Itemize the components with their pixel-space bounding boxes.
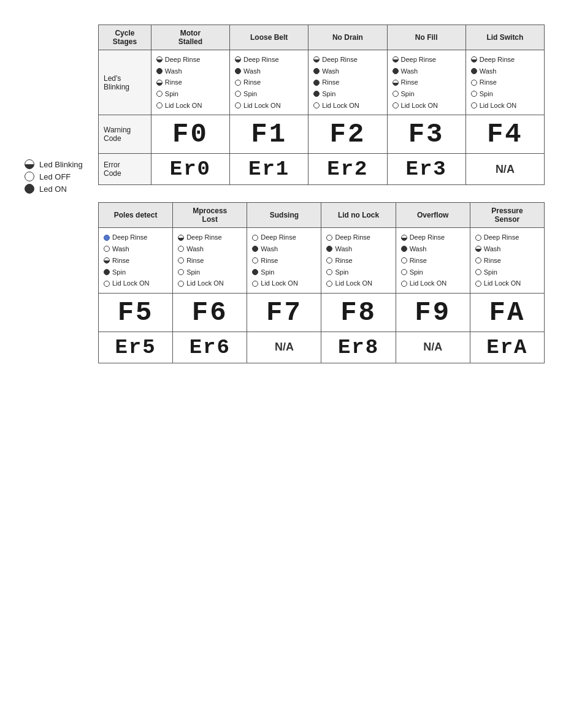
seg-f7: F7 [266,297,302,328]
dot-ll-spin [326,269,332,275]
seg-f0: F0 [172,119,209,150]
dot-nd-rinse [313,80,320,86]
legend-section: Led Blinking Led OFF Led ON [18,25,98,363]
cell-pressure-leds: Deep Rinse Wash Rinse Spin Lid Lock ON [470,228,544,293]
seg-er8: Er8 [338,336,379,359]
cell-warning-f4: F4 [465,115,544,154]
dot-nd-wash [313,68,320,74]
cell-t2-f5: F5 [99,293,173,332]
dot-mp-spin [178,269,184,275]
seg-f5: F5 [118,297,154,328]
seg-f6: F6 [192,297,228,328]
col-sudsing: Sudsing [247,203,321,228]
cell-loose-belt-leds: Deep Rinse Wash Rinse Spin Lid Lock ON [230,50,308,115]
dot-ls-spin [471,91,477,97]
dot-ls-lid [471,102,477,108]
dot-ll-wash [326,246,332,252]
col-cycle-stages: CycleStages [99,25,151,50]
dot-motor-spin [156,91,163,97]
legend-on: Led ON [25,184,98,194]
seg-f3: F3 [408,119,445,150]
seg-er5: Er5 [115,336,156,359]
dot-ps-deep-rinse [475,235,481,241]
dot-pd-spin [104,269,110,275]
col-poles-detect: Poles detect [99,203,173,228]
cell-sudsing-leds: Deep Rinse Wash Rinse Spin Lid Lock ON [247,228,321,293]
dot-mp-lid [178,281,184,287]
dot-lb-spin [235,91,241,97]
cell-motor-leds: Deep Rinse Wash Rinse Spin Lid Lock ON [151,50,229,115]
dot-mp-wash [178,246,184,252]
error-table-2: Poles detect MprocessLost Sudsing Lid no… [98,202,545,363]
cell-t2-fa: FA [470,293,544,332]
col-pressure-sensor: PressureSensor [470,203,544,228]
dot-ov-deep-rinse [401,235,407,241]
col-lid-no-lock: Lid no Lock [321,203,396,228]
dot-ls-wash [471,68,477,74]
dot-ov-lid [401,281,407,287]
dot-nd-deep-rinse [313,56,320,63]
dot-mp-deep-rinse [178,235,184,241]
cell-error-er2: Er2 [308,154,387,185]
seg-f2: F2 [329,119,366,150]
dot-ps-wash [475,246,481,252]
table2-row-warning: F5 F6 F7 F8 F9 FA [99,293,545,332]
col-no-fill: No Fill [387,25,465,50]
dot-pd-deep-rinse [104,235,110,241]
dot-ll-lid [326,281,332,287]
dot-nf-deep-rinse [393,56,399,63]
dot-mp-rinse [178,257,184,264]
tables-section: CycleStages MotorStalled Loose Belt No D… [98,25,545,363]
cell-t2-f7: F7 [247,293,321,332]
cell-mprocess-leds: Deep Rinse Wash Rinse Spin Lid Lock ON [173,228,247,293]
dot-nf-lid [393,102,399,108]
blinking-icon [25,159,34,169]
na-1: N/A [496,163,515,175]
off-icon [25,172,34,181]
dot-nd-lid [313,102,320,108]
cell-t2-f6: F6 [173,293,247,332]
dot-nf-spin [393,91,399,97]
cell-t2-f8: F8 [321,293,396,332]
cell-t2-f9: F9 [396,293,470,332]
dot-ov-spin [401,269,407,275]
dot-su-spin [252,269,258,275]
dot-pd-wash [104,246,110,252]
dot-ps-spin [475,269,481,275]
seg-er0: Er0 [170,157,211,181]
cell-no-drain-leds: Deep Rinse Wash Rinse Spin Lid Lock ON [308,50,387,115]
cell-warning-f2: F2 [308,115,387,154]
legend-blinking: Led Blinking [25,159,98,169]
legend-on-label: Led ON [39,184,67,194]
cell-t2-na-3: N/A [396,332,470,363]
dot-ps-lid [475,281,481,287]
error-table-1: CycleStages MotorStalled Loose Belt No D… [98,25,545,185]
seg-er2: Er2 [327,157,368,181]
dot-lb-deep-rinse [235,56,241,63]
dot-motor-lid [156,102,163,108]
dot-lb-lid [235,102,241,108]
dot-su-deep-rinse [252,235,258,241]
cell-error-er3: Er3 [387,154,465,185]
cell-error-er0: Er0 [151,154,229,185]
cell-overflow-leds: Deep Rinse Wash Rinse Spin Lid Lock ON [396,228,470,293]
col-overflow: Overflow [396,203,470,228]
dot-nd-spin [313,91,320,97]
dot-nf-rinse [393,80,399,86]
dot-ll-rinse [326,257,332,264]
cell-lid-no-lock-leds: Deep Rinse Wash Rinse Spin Lid Lock ON [321,228,396,293]
cell-t2-er6: Er6 [173,332,247,363]
seg-f1: F1 [251,119,287,150]
seg-f8: F8 [340,297,377,328]
seg-er3: Er3 [406,157,447,181]
na-2: N/A [275,341,294,353]
na-3: N/A [423,341,442,353]
seg-era: ErA [486,336,527,359]
table-row-error-code: ErrorCode Er0 Er1 Er2 Er3 N/A [99,154,545,185]
dot-ov-wash [401,246,407,252]
cell-t2-er8: Er8 [321,332,396,363]
dot-ls-deep-rinse [471,56,477,63]
dot-ls-rinse [471,80,477,86]
legend-blinking-label: Led Blinking [39,160,83,169]
cell-error-er1: Er1 [230,154,308,185]
